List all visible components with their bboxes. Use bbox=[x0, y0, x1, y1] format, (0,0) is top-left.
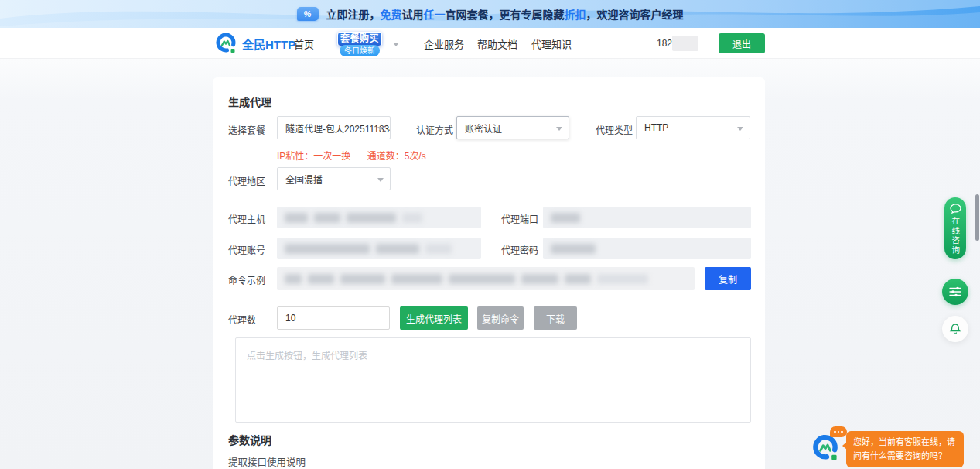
customer-service-avatar[interactable] bbox=[811, 433, 840, 463]
auth-method-select[interactable]: 账密认证 bbox=[456, 116, 569, 139]
redacted-value bbox=[391, 274, 442, 284]
chevron-down-icon[interactable] bbox=[393, 43, 399, 46]
redacted-value bbox=[285, 244, 370, 254]
params-section-subtitle: 提取接口使用说明 bbox=[228, 454, 306, 469]
redacted-value bbox=[340, 274, 385, 284]
page-title: 生成代理 bbox=[228, 94, 271, 109]
auth-method-select-value: 账密认证 bbox=[465, 122, 502, 135]
package-label: 选择套餐 bbox=[228, 123, 265, 136]
redacted-value bbox=[308, 274, 334, 284]
params-section-title: 参数说明 bbox=[228, 432, 271, 447]
redacted-value bbox=[314, 213, 340, 223]
proxy-port-label: 代理端口 bbox=[501, 212, 538, 225]
bell-icon bbox=[949, 323, 961, 335]
package-detail-note: IP粘性：一次一换 通道数：5次/s bbox=[277, 149, 426, 162]
command-example-field[interactable] bbox=[277, 267, 695, 290]
scrollbar-thumb[interactable] bbox=[975, 194, 979, 241]
redacted-value bbox=[565, 274, 591, 284]
chevron-down-icon bbox=[377, 178, 384, 182]
brand-name: 全民HTTP bbox=[242, 36, 295, 52]
redacted-phone-value bbox=[672, 36, 698, 51]
redacted-value bbox=[425, 244, 452, 254]
proxy-list-result-area[interactable] bbox=[235, 337, 751, 423]
notifications-button[interactable] bbox=[942, 316, 968, 342]
proxy-type-select-value: HTTP bbox=[644, 122, 668, 133]
redacted-value bbox=[521, 274, 558, 284]
quick-settings-button[interactable] bbox=[942, 279, 968, 305]
copy-button[interactable]: 复制 bbox=[705, 267, 751, 290]
region-label: 代理地区 bbox=[228, 174, 265, 187]
ip-sticky-note: IP粘性：一次一换 bbox=[277, 151, 350, 162]
proxy-port-field[interactable] bbox=[543, 207, 751, 228]
command-example-label: 命令示例 bbox=[228, 273, 265, 286]
chevron-down-icon bbox=[377, 127, 384, 131]
channel-count-note: 通道数：5次/s bbox=[367, 151, 426, 162]
online-chat-button[interactable]: 在线咨询 bbox=[944, 197, 966, 259]
generator-card: 生成代理 选择套餐 隧道代理-包天20251118345 认证方式 账密认证 代… bbox=[213, 77, 765, 469]
customer-service-message[interactable]: 您好，当前有客服在线，请问有什么需要咨询的吗？ bbox=[846, 431, 964, 467]
auth-method-label: 认证方式 bbox=[416, 123, 453, 136]
brand-logo[interactable]: 全民HTTP bbox=[214, 32, 295, 55]
generate-proxy-list-button[interactable]: 生成代理列表 bbox=[400, 306, 468, 330]
customer-service-message-text: 您好，当前有客服在线，请问有什么需要咨询的吗？ bbox=[853, 437, 955, 460]
nav-proxy-knowledge[interactable]: 代理知识 bbox=[531, 28, 572, 59]
proxy-host-field[interactable] bbox=[277, 207, 481, 228]
proxy-type-label: 代理类型 bbox=[596, 123, 633, 136]
logout-button[interactable]: 退出 bbox=[719, 33, 765, 53]
brand-logo-icon bbox=[214, 32, 237, 55]
proxy-count-label: 代理数 bbox=[228, 313, 256, 326]
proxy-type-select[interactable]: HTTP bbox=[636, 116, 750, 139]
package-select-value: 隧道代理-包天20251118345 bbox=[285, 122, 391, 135]
winter-promo-label: 冬日焕新 bbox=[340, 45, 380, 56]
nav-package-purchase-badge[interactable]: 套餐购买 冬日焕新 bbox=[337, 32, 382, 56]
redacted-value bbox=[597, 274, 648, 284]
copy-command-button[interactable]: 复制命令 bbox=[477, 306, 524, 330]
redacted-value bbox=[551, 213, 580, 223]
navbar: 全民HTTP 首页 套餐购买 冬日焕新 企业服务 帮助文档 代理知识 182* … bbox=[0, 28, 980, 59]
nav-home[interactable]: 首页 bbox=[294, 28, 314, 59]
chevron-down-icon bbox=[737, 127, 743, 131]
percent-icon: % bbox=[297, 7, 319, 21]
promo-banner: % 立即注册，免费试用任一官网套餐，更有专属隐藏折扣，欢迎咨询客户经理 bbox=[0, 0, 980, 28]
proxy-password-field[interactable] bbox=[543, 238, 751, 259]
proxy-account-field[interactable] bbox=[277, 238, 481, 259]
proxy-password-label: 代理密码 bbox=[501, 243, 538, 256]
proxy-account-label: 代理账号 bbox=[228, 243, 265, 256]
sliders-icon bbox=[949, 286, 961, 297]
redacted-value bbox=[285, 274, 302, 284]
brand-logo-icon bbox=[811, 433, 840, 463]
online-chat-label: 在线咨询 bbox=[951, 217, 960, 255]
redacted-value bbox=[449, 274, 515, 284]
redacted-value bbox=[285, 213, 308, 223]
promo-text: 立即注册，免费试用任一官网套餐，更有专属隐藏折扣，欢迎咨询客户经理 bbox=[326, 6, 684, 22]
chat-bubble-icon bbox=[950, 204, 961, 214]
chevron-down-icon bbox=[556, 127, 562, 131]
nav-help-docs[interactable]: 帮助文档 bbox=[477, 28, 517, 59]
redacted-value bbox=[376, 244, 419, 254]
redacted-value bbox=[347, 213, 396, 223]
redacted-value bbox=[551, 244, 596, 254]
region-select-value: 全国混播 bbox=[285, 173, 323, 186]
proxy-count-input[interactable] bbox=[277, 306, 390, 330]
region-select[interactable]: 全国混播 bbox=[277, 167, 391, 190]
package-select[interactable]: 隧道代理-包天20251118345 bbox=[277, 116, 391, 139]
typing-dots-icon bbox=[830, 426, 847, 437]
redacted-value bbox=[402, 213, 422, 223]
proxy-host-label: 代理主机 bbox=[228, 212, 265, 225]
nav-enterprise-services[interactable]: 企业服务 bbox=[424, 28, 464, 59]
download-button[interactable]: 下载 bbox=[534, 306, 577, 330]
